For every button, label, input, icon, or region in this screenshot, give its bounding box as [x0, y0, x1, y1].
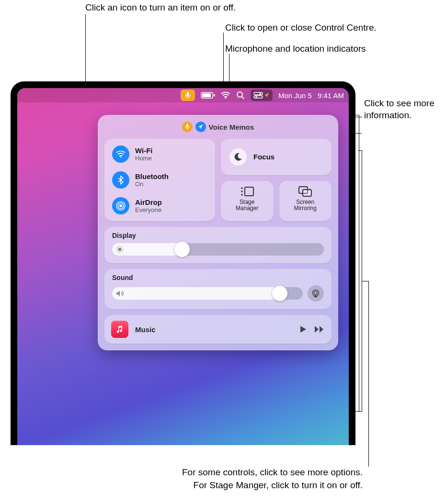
- airplay-icon: [311, 289, 320, 298]
- screen-mirroring-icon: [298, 186, 312, 197]
- svg-point-14: [120, 156, 122, 157]
- privacy-indicator-row[interactable]: Voice Memos: [104, 122, 332, 132]
- screen-mirroring-tile[interactable]: ScreenMirroring: [279, 181, 332, 221]
- svg-line-31: [117, 251, 118, 252]
- wifi-icon[interactable]: [221, 90, 230, 101]
- wifi-title: Wi-Fi: [135, 146, 153, 155]
- mic-indicator[interactable]: [181, 90, 195, 101]
- svg-rect-23: [303, 190, 311, 196]
- control-centre-icon: [253, 92, 263, 99]
- wifi-toggle-icon[interactable]: [112, 146, 129, 163]
- airdrop-row[interactable]: AirDrop Everyone: [112, 197, 207, 214]
- focus-icon[interactable]: [229, 148, 247, 166]
- svg-point-6: [237, 92, 242, 97]
- airdrop-title: AirDrop: [135, 198, 162, 206]
- battery-icon[interactable]: [201, 90, 215, 101]
- desktop: Mon Jun 5 9:41 AM Voice Memos: [17, 88, 349, 445]
- microphone-icon: [185, 91, 191, 99]
- callout-toggle: Click an icon to turn an item on or off.: [85, 2, 236, 14]
- svg-line-32: [122, 247, 122, 247]
- bluetooth-subtitle: On: [135, 180, 169, 188]
- callout-open-cc: Click to open or close Control Centre.: [225, 22, 377, 34]
- sound-slider[interactable]: [112, 287, 303, 300]
- focus-title: Focus: [253, 153, 274, 161]
- svg-line-7: [242, 97, 244, 99]
- airdrop-subtitle: Everyone: [135, 206, 162, 213]
- screen-mirroring-label: ScreenMirroring: [294, 199, 317, 212]
- stage-manager-label: StageManager: [236, 199, 258, 212]
- svg-point-11: [255, 96, 257, 98]
- bluetooth-row[interactable]: Bluetooth On: [112, 171, 207, 189]
- svg-rect-21: [245, 187, 253, 196]
- airdrop-toggle-icon[interactable]: [112, 197, 129, 214]
- svg-line-30: [122, 251, 122, 252]
- callout-bottom1: For some controls, click to see more opt…: [182, 467, 363, 479]
- sound-tile[interactable]: Sound: [104, 269, 332, 309]
- display-label: Display: [112, 232, 324, 239]
- control-centre-menu-item[interactable]: [251, 90, 273, 101]
- device-frame: Mon Jun 5 9:41 AM Voice Memos: [11, 81, 355, 445]
- bluetooth-toggle-icon[interactable]: [112, 171, 129, 189]
- svg-point-34: [314, 291, 318, 295]
- location-arrow-icon: [264, 92, 270, 98]
- callout-see-more: Click to see more information.: [364, 98, 441, 121]
- callout-indicators: Microphone and location indicators: [225, 43, 366, 55]
- privacy-app-name: Voice Memos: [209, 123, 254, 131]
- stage-manager-icon: [240, 186, 254, 197]
- svg-point-18: [241, 187, 243, 189]
- menubar: Mon Jun 5 9:41 AM: [17, 88, 349, 102]
- mic-dot-icon: [182, 122, 193, 132]
- svg-point-20: [241, 194, 243, 196]
- play-icon[interactable]: [299, 325, 308, 334]
- display-slider[interactable]: [112, 243, 324, 256]
- spotlight-icon[interactable]: [236, 90, 245, 101]
- music-tile[interactable]: Music: [104, 315, 332, 344]
- svg-rect-4: [214, 94, 215, 97]
- control-centre-panel: Voice Memos Wi-Fi Home: [98, 115, 338, 350]
- focus-tile[interactable]: Focus: [221, 139, 332, 175]
- svg-point-15: [119, 204, 122, 207]
- callout-bottom2: For Stage Manger, click to turn it on or…: [194, 480, 363, 492]
- svg-line-29: [117, 247, 118, 247]
- location-dot-icon: [195, 122, 206, 132]
- svg-rect-8: [254, 92, 263, 95]
- bluetooth-title: Bluetooth: [135, 172, 169, 180]
- wifi-subtitle: Home: [135, 155, 153, 162]
- svg-rect-10: [254, 96, 263, 98]
- svg-rect-0: [186, 92, 189, 96]
- svg-rect-12: [186, 124, 188, 127]
- volume-icon: [116, 290, 125, 297]
- network-tile[interactable]: Wi-Fi Home Bluetooth On: [104, 139, 215, 221]
- airplay-audio-button[interactable]: [308, 285, 324, 302]
- svg-point-5: [225, 97, 227, 99]
- display-tile[interactable]: Display: [104, 227, 332, 263]
- menubar-date[interactable]: Mon Jun 5: [278, 90, 312, 101]
- svg-point-19: [241, 190, 243, 192]
- music-app-icon: [111, 321, 128, 338]
- brightness-icon: [116, 246, 124, 253]
- sound-label: Sound: [112, 274, 324, 281]
- stage-manager-tile[interactable]: StageManager: [221, 181, 274, 221]
- svg-rect-3: [202, 93, 211, 97]
- menubar-time[interactable]: 9:41 AM: [318, 90, 344, 101]
- wifi-row[interactable]: Wi-Fi Home: [112, 146, 207, 163]
- svg-point-24: [118, 248, 122, 251]
- music-title: Music: [135, 325, 292, 334]
- svg-point-9: [259, 93, 261, 94]
- next-track-icon[interactable]: [314, 325, 325, 333]
